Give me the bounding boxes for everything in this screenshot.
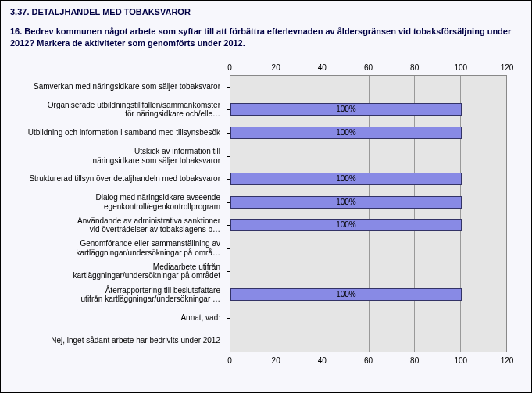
chart-row: Annat, vad: (1, 306, 531, 330)
x-tick-bottom: 80 (410, 356, 419, 365)
y-category-label: Strukturerad tillsyn över detaljhandeln … (1, 167, 223, 191)
bar: 100% (230, 127, 462, 139)
y-category-label: Dialog med näringsidkare avseendeegenkon… (1, 191, 223, 214)
chart-row: Strukturerad tillsyn över detaljhandeln … (1, 167, 531, 191)
chart-row: Återrapportering till beslutsfattareutif… (1, 283, 531, 306)
bar-value-label: 100% (231, 220, 461, 229)
x-tick-top: 0 (227, 63, 232, 72)
x-tick-top: 40 (318, 63, 327, 72)
bar-value-label: 100% (231, 198, 461, 206)
y-category-label: Nej, inget sådant arbete har bedrivits u… (1, 329, 223, 352)
y-tick (227, 341, 230, 341)
x-tick-bottom: 40 (318, 356, 327, 365)
chart-row: Samverkan med näringsidkare som säljer t… (1, 75, 531, 98)
y-tick (227, 87, 230, 88)
section-title: 3.37. DETALJHANDEL MED TOBAKSVAROR (10, 7, 191, 16)
y-tick (227, 109, 230, 110)
x-tick-top: 100 (454, 63, 467, 72)
x-tick-top: 60 (364, 63, 373, 72)
y-category-label: Organiserade utbildningstillfällen/samma… (1, 98, 223, 122)
y-tick (227, 271, 230, 272)
y-category-label: Utskick av information tillnäringsidkare… (1, 145, 223, 168)
bar: 100% (230, 103, 462, 116)
x-tick-bottom: 60 (364, 356, 373, 365)
y-category-label: Genomförande eller sammanställning avkar… (1, 237, 223, 260)
y-tick (227, 179, 230, 180)
report-frame: 3.37. DETALJHANDEL MED TOBAKSVAROR 16. B… (0, 0, 532, 393)
chart-row: Utskick av information tillnäringsidkare… (1, 145, 531, 168)
bar: 100% (230, 219, 462, 231)
y-category-label: Utbildning och information i samband med… (1, 121, 223, 145)
x-tick-top: 120 (501, 63, 514, 72)
x-tick-bottom: 0 (227, 356, 232, 365)
x-tick-bottom: 120 (501, 356, 514, 365)
y-tick (227, 225, 230, 226)
y-tick (227, 295, 230, 295)
y-category-label: Samverkan med näringsidkare som säljer t… (1, 75, 223, 98)
x-tick-bottom: 20 (272, 356, 280, 365)
y-category-label: Återrapportering till beslutsfattareutif… (1, 283, 223, 306)
x-tick-bottom: 100 (454, 356, 467, 365)
chart-row: Genomförande eller sammanställning avkar… (1, 237, 531, 260)
y-tick (227, 318, 230, 319)
bar: 100% (230, 196, 462, 209)
question-text: 16. Bedrev kommunen något arbete som syf… (10, 26, 522, 49)
chart-row: Organiserade utbildningstillfällen/samma… (1, 98, 531, 122)
bar-value-label: 100% (231, 290, 461, 298)
bar-value-label: 100% (231, 105, 461, 113)
y-category-label: Annat, vad: (1, 306, 223, 330)
bar: 100% (230, 288, 462, 301)
bar-value-label: 100% (231, 174, 461, 183)
y-category-label: Användande av administrativa sanktionerv… (1, 214, 223, 238)
chart-row: Mediaarbete utifrånkartläggningar/unders… (1, 260, 531, 284)
y-category-label: Mediaarbete utifrånkartläggningar/unders… (1, 260, 223, 284)
y-tick (227, 248, 230, 249)
chart-row: Nej, inget sådant arbete har bedrivits u… (1, 329, 531, 352)
y-tick (227, 156, 230, 157)
bar-value-label: 100% (231, 128, 461, 137)
chart-row: Utbildning och information i samband med… (1, 121, 531, 145)
y-tick (227, 202, 230, 203)
x-tick-top: 80 (410, 63, 419, 72)
y-tick (227, 133, 230, 134)
chart-row: Användande av administrativa sanktionerv… (1, 214, 531, 238)
bar: 100% (230, 173, 462, 185)
chart-row: Dialog med näringsidkare avseendeegenkon… (1, 191, 531, 214)
x-tick-top: 20 (272, 63, 280, 72)
